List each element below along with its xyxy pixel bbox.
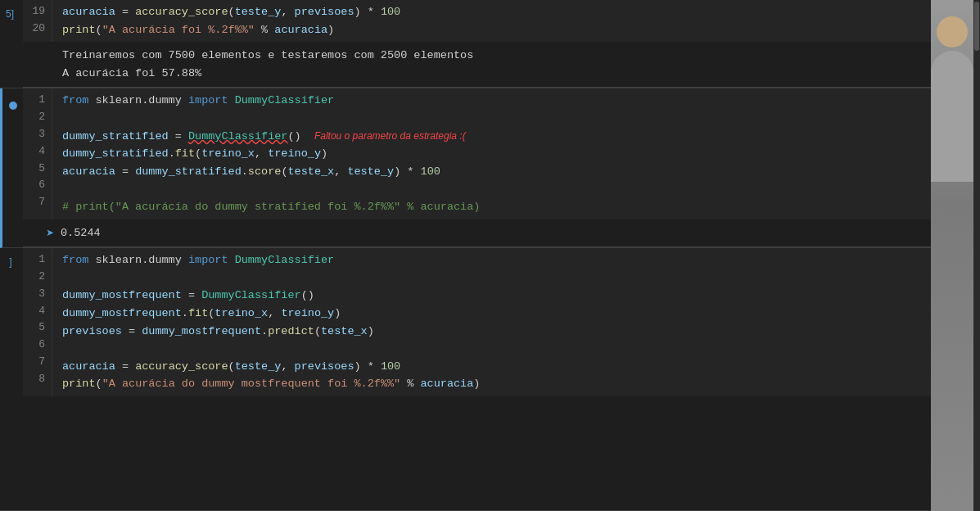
code-line-b5: previsoes = dummy_mostfrequent.predict(t… [62, 323, 921, 341]
output-line-1: Treinaremos com 7500 elementos e testare… [62, 47, 921, 65]
code-content-middle[interactable]: from sklearn.dummy import DummyClassifie… [52, 88, 931, 219]
cell-middle: 1 2 3 4 5 6 7 from sklearn.dummy import … [0, 88, 931, 248]
person-panel [931, 0, 980, 511]
main-content: 5] 19 20 acuracia = accuracy_score(teste… [0, 0, 931, 511]
code-area-bottom: 1 2 3 4 5 6 7 8 from sklearn.dummy impor… [23, 248, 931, 396]
code-content-top[interactable]: acuracia = accuracy_score(teste_y, previ… [52, 0, 931, 42]
line-numbers-middle: 1 2 3 4 5 6 7 [23, 88, 52, 219]
cell-body-top: 19 20 acuracia = accuracy_score(teste_y,… [23, 0, 931, 88]
code-line-m5: acuracia = dummy_stratified.score(teste_… [62, 163, 921, 181]
code-content-bottom[interactable]: from sklearn.dummy import DummyClassifie… [52, 248, 931, 396]
cell-indicator-top: 5] [0, 0, 23, 88]
cell-indicator-middle [2, 88, 23, 247]
code-line-b4: dummy_mostfrequent.fit(treino_x, treino_… [62, 305, 921, 323]
annotation-text: Faltou o parametro da estrategia :( [314, 130, 466, 142]
code-line-m6 [62, 180, 921, 198]
exec-count-middle: ➤ [46, 227, 54, 238]
code-line-20: print("A acurácia foi %.2f%%" % acuracia… [62, 21, 921, 39]
code-line-b7: acuracia = accuracy_score(teste_y, previ… [62, 358, 921, 376]
cell-bottom: ] 1 2 3 4 5 6 7 8 [0, 248, 931, 511]
output-line-2: A acurácia foi 57.88% [62, 65, 921, 83]
line-numbers-bottom: 1 2 3 4 5 6 7 8 [23, 248, 52, 396]
code-area-middle: 1 2 3 4 5 6 7 from sklearn.dummy import … [23, 88, 931, 219]
code-line-m4: dummy_stratified.fit(treino_x, treino_y) [62, 145, 921, 163]
output-value-middle: 0.5244 [61, 227, 101, 239]
code-line-b2 [62, 269, 921, 287]
scrollbar[interactable] [973, 0, 980, 511]
person-body [931, 51, 973, 182]
cell-body-bottom: 1 2 3 4 5 6 7 8 from sklearn.dummy impor… [23, 248, 931, 510]
code-line-19: acuracia = accuracy_score(teste_y, previ… [62, 3, 921, 21]
code-line-b6 [62, 340, 921, 358]
scroll-thumb[interactable] [974, 2, 979, 51]
cell-body-middle: 1 2 3 4 5 6 7 from sklearn.dummy import … [23, 88, 931, 247]
code-area-top: 19 20 acuracia = accuracy_score(teste_y,… [23, 0, 931, 42]
code-line-b1: from sklearn.dummy import DummyClassifie… [62, 251, 921, 269]
code-line-m7: # print("A acurácia do dummy stratified … [62, 198, 921, 216]
cell-indicator-bottom: ] [0, 248, 23, 510]
code-line-m3: dummy_stratified = DummyClassifier() Fal… [62, 128, 921, 146]
cell-top: 5] 19 20 acuracia = accuracy_score(teste… [0, 0, 931, 88]
code-line-b3: dummy_mostfrequent = DummyClassifier() [62, 287, 921, 305]
person-head [937, 16, 968, 47]
output-top: Treinaremos com 7500 elementos e testare… [23, 42, 931, 88]
line-numbers-top: 19 20 [23, 0, 52, 42]
active-indicator [9, 102, 17, 110]
notebook: 5] 19 20 acuracia = accuracy_score(teste… [0, 0, 980, 511]
code-line-b8: print("A acurácia do dummy mostfrequent … [62, 375, 921, 393]
output-middle: ➤0.5244 [23, 219, 931, 248]
code-line-m2 [62, 110, 921, 128]
code-line-m1: from sklearn.dummy import DummyClassifie… [62, 92, 921, 110]
person-image [931, 0, 973, 511]
